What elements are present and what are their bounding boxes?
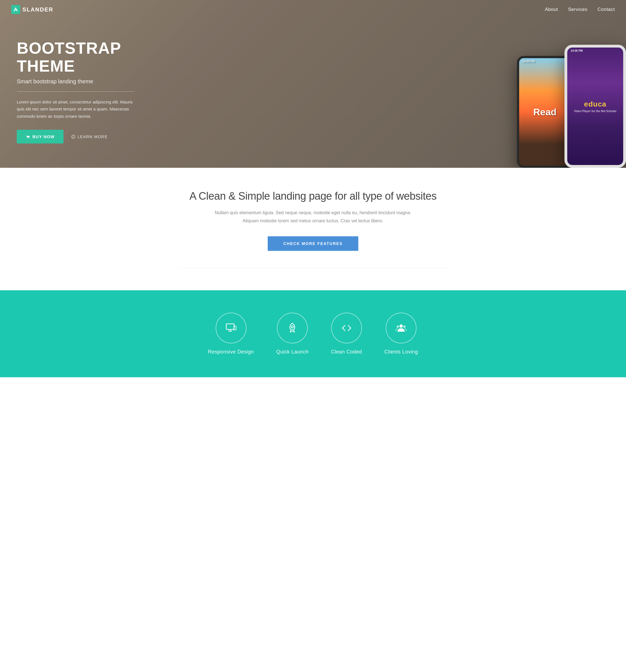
svg-point-10	[399, 325, 403, 328]
nav-contact[interactable]: Contact	[598, 7, 615, 12]
feature-clients-icon-circle	[386, 313, 417, 343]
feature-clients-label: Clients Loving	[384, 349, 418, 355]
mid-section: A Clean & Simple landing page for all ty…	[0, 168, 626, 290]
features-grid: Responsive Design Quick Launch Clean	[173, 313, 453, 355]
navbar: SLANDER About Services Contact	[0, 0, 626, 19]
brand-name: SLANDER	[22, 6, 53, 13]
hero-buttons: BUY NOW i LEARN MORE	[17, 130, 145, 143]
learn-more-button[interactable]: i LEARN MORE	[71, 135, 108, 139]
buy-now-button[interactable]: BUY NOW	[17, 130, 64, 143]
features-section: Responsive Design Quick Launch Clean	[0, 290, 626, 377]
svg-text:i: i	[73, 136, 74, 139]
hero-content: BOOTSTRAP THEME Smart bootstrap landing …	[0, 0, 145, 143]
svg-point-9	[291, 326, 294, 328]
feature-quicklaunch-icon-circle	[277, 313, 308, 343]
mid-divider	[179, 268, 447, 268]
svg-point-11	[397, 326, 399, 328]
feature-clients: Clients Loving	[384, 313, 418, 355]
phone-white: 14:06 PM educa Video Player for the Net …	[564, 45, 626, 168]
phone-black-screen: 14:06 PM Read	[519, 58, 571, 166]
hero-description: Lorem ipsum dolor sit amet, consectetur …	[17, 98, 134, 120]
feature-responsive-label: Responsive Design	[208, 349, 254, 355]
feature-quicklaunch-label: Quick Launch	[276, 349, 308, 355]
feature-responsive: Responsive Design	[208, 313, 254, 355]
nav-links: About Services Contact	[545, 7, 615, 12]
feature-cleancoded: Clean Coded	[331, 313, 362, 355]
hero-section: BOOTSTRAP THEME Smart bootstrap landing …	[0, 0, 626, 168]
svg-rect-5	[226, 324, 234, 330]
monitor-icon	[225, 321, 237, 334]
mid-description: Nullam quis elementum ligula. Sed neque …	[209, 209, 417, 225]
info-icon: i	[71, 135, 75, 139]
nav-about[interactable]: About	[545, 7, 558, 12]
feature-cleancoded-label: Clean Coded	[331, 349, 362, 355]
hero-subtitle: Smart bootstrap landing theme	[17, 78, 145, 85]
phone-white-screen: 14:06 PM educa Video Player for the Net …	[567, 48, 623, 165]
nav-services[interactable]: Services	[568, 7, 587, 12]
brand[interactable]: SLANDER	[11, 5, 53, 14]
svg-point-2	[29, 138, 29, 138]
feature-responsive-icon-circle	[216, 313, 247, 343]
brand-icon	[11, 5, 20, 14]
feature-quicklaunch: Quick Launch	[276, 313, 308, 355]
check-features-button[interactable]: CHECK MORE FEATURES	[268, 236, 358, 251]
cart-icon	[26, 135, 30, 139]
feature-cleancoded-icon-circle	[331, 313, 362, 343]
hero-title: BOOTSTRAP THEME	[17, 39, 145, 75]
svg-point-12	[403, 326, 405, 328]
code-icon	[340, 321, 353, 334]
rocket-icon	[286, 321, 299, 334]
users-icon	[395, 321, 408, 334]
mid-title: A Clean & Simple landing page for all ty…	[11, 190, 615, 202]
hero-phones-decoration: 14:06 PM Read 14:06 PM educa Video Playe…	[517, 45, 626, 168]
svg-point-1	[27, 138, 28, 138]
